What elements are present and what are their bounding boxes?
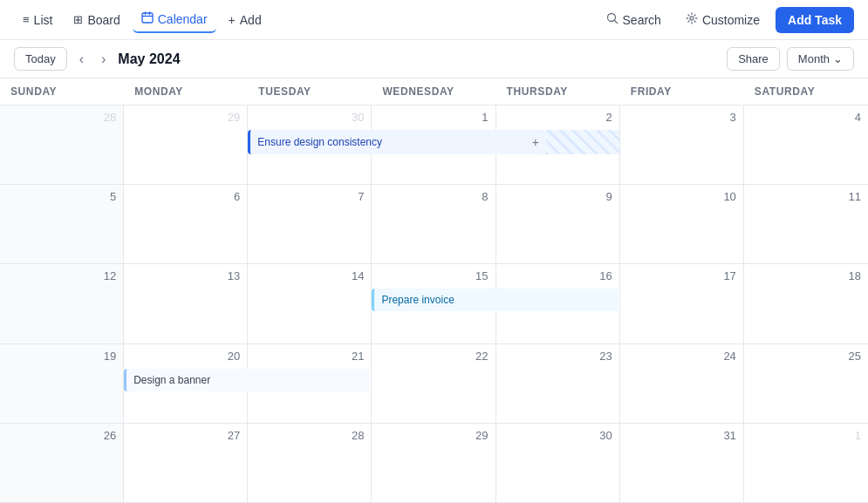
nav-board-label: Board — [87, 13, 120, 27]
svg-rect-0 — [142, 13, 153, 23]
nav-add[interactable]: + Add — [220, 8, 270, 32]
cell-may3[interactable]: 3 — [620, 105, 744, 185]
month-view-button[interactable]: Month ⌄ — [787, 47, 854, 71]
ensure-design-label: Ensure design consistency — [257, 136, 526, 148]
cell-apr28[interactable]: 28 — [0, 105, 124, 185]
nav-calendar[interactable]: Calendar — [133, 6, 216, 33]
plus-icon[interactable]: + — [532, 135, 539, 149]
cell-may22[interactable]: 22 — [372, 344, 496, 424]
cell-may9[interactable]: 9 — [496, 185, 620, 264]
cell-apr29[interactable]: 29 — [124, 105, 248, 185]
nav-calendar-label: Calendar — [158, 12, 208, 26]
nav-left: ≡ List ⊞ Board Calendar + Add — [14, 6, 270, 33]
search-icon — [606, 12, 619, 27]
nav-right: Search Customize Add Task — [598, 7, 854, 33]
prev-button[interactable]: ‹ — [74, 48, 89, 71]
toolbar-left: Today ‹ › May 2024 — [14, 47, 181, 71]
add-icon: + — [229, 13, 236, 27]
calendar-toolbar: Today ‹ › May 2024 Share Month ⌄ — [0, 40, 868, 78]
cell-may12[interactable]: 12 — [0, 264, 124, 343]
cell-may26[interactable]: 26 — [0, 424, 124, 503]
nav-list[interactable]: ≡ List — [14, 8, 61, 32]
cell-may24[interactable]: 24 — [620, 344, 744, 424]
header-sunday: Sunday — [0, 78, 124, 105]
add-task-label: Add Task — [788, 13, 842, 27]
next-button[interactable]: › — [96, 48, 111, 71]
cell-may19[interactable]: 19 — [0, 344, 124, 424]
cell-may10[interactable]: 10 — [620, 185, 744, 264]
cell-may15[interactable]: 15 Prepare invoice — [372, 264, 496, 343]
today-button[interactable]: Today — [14, 47, 67, 71]
nav-board[interactable]: ⊞ Board — [65, 8, 128, 32]
cell-apr30[interactable]: 30 Ensure design consistency + — [248, 105, 372, 185]
search-label: Search — [623, 13, 661, 27]
cell-may17[interactable]: 17 — [620, 264, 744, 343]
calendar-grid: Sunday Monday Tuesday Wednesday Thursday… — [0, 78, 868, 503]
svg-line-5 — [614, 21, 617, 24]
cell-may25[interactable]: 25 — [744, 344, 868, 424]
board-icon: ⊞ — [73, 13, 83, 26]
top-nav: ≡ List ⊞ Board Calendar + Add — [0, 0, 868, 40]
header-thursday: Thursday — [496, 78, 620, 105]
header-friday: Friday — [620, 78, 744, 105]
cell-may14[interactable]: 14 — [248, 264, 372, 343]
header-monday: Monday — [124, 78, 248, 105]
svg-point-6 — [690, 17, 694, 20]
cell-may6[interactable]: 6 — [124, 185, 248, 264]
cell-may30[interactable]: 30 — [496, 424, 620, 503]
toolbar-right: Share Month ⌄ — [727, 47, 854, 71]
cell-jun1[interactable]: 1 — [744, 424, 868, 503]
cell-may20[interactable]: 20 Design a banner — [124, 344, 248, 424]
cell-may13[interactable]: 13 — [124, 264, 248, 343]
cell-may29[interactable]: 29 — [372, 424, 496, 503]
chevron-down-icon: ⌄ — [833, 52, 843, 65]
month-title: May 2024 — [118, 51, 180, 67]
customize-button[interactable]: Customize — [677, 7, 769, 32]
cell-may27[interactable]: 27 — [124, 424, 248, 503]
cell-may23[interactable]: 23 — [496, 344, 620, 424]
calendar-header: Sunday Monday Tuesday Wednesday Thursday… — [0, 78, 868, 105]
search-button[interactable]: Search — [598, 7, 670, 32]
customize-label: Customize — [702, 13, 760, 27]
cell-may11[interactable]: 11 — [744, 185, 868, 264]
design-banner-label: Design a banner — [133, 374, 210, 386]
add-task-button[interactable]: Add Task — [776, 7, 854, 33]
nav-add-label: Add — [240, 13, 262, 27]
cell-may7[interactable]: 7 — [248, 185, 372, 264]
cell-may8[interactable]: 8 — [372, 185, 496, 264]
header-tuesday: Tuesday — [248, 78, 372, 105]
header-saturday: Saturday — [744, 78, 868, 105]
prepare-invoice-label: Prepare invoice — [381, 294, 454, 306]
gear-icon — [686, 12, 698, 27]
header-wednesday: Wednesday — [372, 78, 496, 105]
cell-may4[interactable]: 4 — [744, 105, 868, 185]
cell-may18[interactable]: 18 — [744, 264, 868, 343]
list-icon: ≡ — [23, 13, 30, 26]
cell-may5[interactable]: 5 — [0, 185, 124, 264]
nav-list-label: List — [34, 13, 53, 27]
share-button[interactable]: Share — [727, 47, 780, 71]
cell-may31[interactable]: 31 — [620, 424, 744, 503]
cell-may28[interactable]: 28 — [248, 424, 372, 503]
calendar-icon — [141, 11, 154, 26]
calendar-body: 28 29 30 Ensure design consistency + 1 2… — [0, 105, 868, 503]
